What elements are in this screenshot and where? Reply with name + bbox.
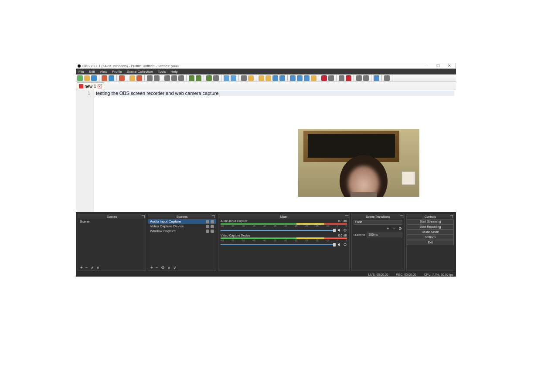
sources-list[interactable]: Audio Input Capture Video Capture Device… (148, 219, 216, 265)
add-source-button[interactable]: + (150, 265, 153, 270)
lock-icon[interactable] (211, 220, 214, 223)
scene-down-button[interactable]: ∨ (96, 265, 99, 270)
transition-select[interactable]: Fade (354, 220, 402, 225)
gear-icon[interactable] (343, 228, 347, 232)
source-down-button[interactable]: ∨ (173, 265, 176, 270)
add-transition-button[interactable]: + (386, 226, 390, 231)
menu-help[interactable]: Help (170, 69, 177, 74)
toolbar-icon[interactable] (213, 75, 219, 81)
visibility-icon[interactable] (206, 230, 209, 233)
exit-button[interactable]: Exit (407, 240, 454, 245)
start-recording-button[interactable]: Start Recording (407, 224, 454, 230)
preview-area[interactable]: new 1 ✕ 1 testing the OBS screen recorde… (76, 74, 456, 212)
mixer-channel-video: Video Capture Device0.0 dB -60-55-50-45-… (218, 233, 349, 248)
menu-view[interactable]: View (100, 69, 107, 74)
toolbar-icon[interactable] (374, 75, 379, 81)
toolbar-icon[interactable] (259, 75, 264, 81)
tab-label: new 1 (85, 84, 96, 89)
toolbar-icon[interactable] (297, 75, 303, 81)
toolbar-icon[interactable] (231, 75, 236, 81)
lock-icon[interactable] (211, 230, 214, 233)
toolbar-icon[interactable] (241, 75, 247, 81)
menu-edit[interactable]: Edit (89, 69, 95, 74)
studio-mode-button[interactable]: Studio Mode (407, 230, 454, 235)
toolbar-icon[interactable] (363, 75, 369, 81)
volume-slider[interactable] (221, 230, 336, 231)
maximize-button[interactable]: ☐ (433, 64, 443, 68)
toolbar-icon[interactable] (154, 75, 160, 81)
toolbar-icon[interactable] (206, 75, 212, 81)
start-streaming-button[interactable]: Start Streaming (407, 219, 454, 224)
toolbar-icon[interactable] (272, 75, 278, 81)
status-cpu: CPU: 7.7%, 30.00 fps (424, 273, 453, 276)
source-item-audio[interactable]: Audio Input Capture (148, 219, 216, 224)
remove-source-button[interactable]: − (156, 265, 158, 270)
scene-item[interactable]: Scene (78, 219, 146, 224)
toolbar-icon[interactable] (147, 75, 153, 81)
menu-tools[interactable]: Tools (158, 69, 166, 74)
toolbar-icon[interactable] (91, 75, 97, 81)
dock-title-mixer[interactable]: Mixer (218, 214, 349, 219)
duration-input[interactable]: 300ms (367, 233, 402, 237)
toolbar-icon[interactable] (311, 75, 316, 81)
toolbar-icon[interactable] (248, 75, 254, 81)
source-settings-button[interactable]: ⚙ (161, 265, 165, 270)
remove-transition-button[interactable]: − (392, 226, 396, 231)
editor-body: 1 testing the OBS screen recorder and we… (76, 90, 456, 212)
toolbar-icon[interactable] (178, 75, 184, 81)
docks: Scenes Scene + − ∧ ∨ Sources Audio Input… (76, 212, 456, 272)
dock-title-transitions[interactable]: Scene Transitions (352, 214, 404, 219)
remove-scene-button[interactable]: − (85, 265, 88, 270)
toolbar-icon[interactable] (304, 75, 310, 81)
scene-up-button[interactable]: ∧ (91, 265, 94, 270)
editor-tabstrip: new 1 ✕ (76, 82, 456, 90)
toolbar-icon[interactable] (136, 75, 142, 81)
dock-title-scenes[interactable]: Scenes (78, 214, 146, 219)
menu-profile[interactable]: Profile (112, 69, 122, 74)
lock-icon[interactable] (211, 225, 214, 228)
toolbar-icon[interactable] (129, 75, 135, 81)
add-scene-button[interactable]: + (80, 265, 83, 270)
source-item-video[interactable]: Video Capture Device (148, 224, 216, 229)
toolbar-icon[interactable] (346, 75, 351, 81)
dock-title-controls[interactable]: Controls (407, 214, 454, 219)
toolbar-icon[interactable] (224, 75, 229, 81)
toolbar-icon[interactable] (290, 75, 296, 81)
toolbar-icon[interactable] (339, 75, 344, 81)
editor-tab[interactable]: new 1 ✕ (77, 82, 104, 90)
source-item-window[interactable]: Window Capture (148, 229, 216, 233)
close-button[interactable]: ✕ (445, 64, 454, 68)
settings-button[interactable]: Settings (407, 235, 454, 240)
toolbar-icon[interactable] (109, 75, 114, 81)
speaker-icon[interactable] (337, 243, 341, 247)
menu-scene-collection[interactable]: Scene Collection (127, 69, 153, 74)
toolbar-icon[interactable] (265, 75, 271, 81)
transition-settings-button[interactable]: ⚙ (398, 226, 402, 231)
toolbar-icon[interactable] (384, 75, 390, 81)
toolbar-icon[interactable] (171, 75, 177, 81)
tab-close-icon[interactable]: ✕ (98, 84, 102, 88)
toolbar-icon[interactable] (77, 75, 83, 81)
source-up-button[interactable]: ∧ (167, 265, 170, 270)
gear-icon[interactable] (343, 243, 347, 247)
speaker-icon[interactable] (337, 228, 341, 232)
volume-slider[interactable] (221, 244, 336, 245)
visibility-icon[interactable] (206, 225, 209, 228)
toolbar-icon[interactable] (84, 75, 90, 81)
scenes-list[interactable]: Scene (78, 219, 146, 265)
toolbar-icon[interactable] (279, 75, 285, 81)
toolbar-icon[interactable] (189, 75, 194, 81)
webcam-overlay[interactable] (298, 129, 419, 197)
toolbar-icon[interactable] (321, 75, 327, 81)
toolbar-icon[interactable] (356, 75, 362, 81)
dock-title-sources[interactable]: Sources (148, 214, 216, 219)
toolbar-icon[interactable] (196, 75, 201, 81)
toolbar-icon[interactable] (328, 75, 334, 81)
menu-file[interactable]: File (78, 69, 84, 74)
toolbar-icon[interactable] (102, 75, 107, 81)
mixer-body: Audio Input Capture0.0 dB -60-55-50-45-4… (218, 219, 349, 270)
toolbar-icon[interactable] (119, 75, 125, 81)
visibility-icon[interactable] (206, 220, 209, 223)
minimize-button[interactable]: ─ (422, 64, 432, 68)
toolbar-icon[interactable] (164, 75, 170, 81)
